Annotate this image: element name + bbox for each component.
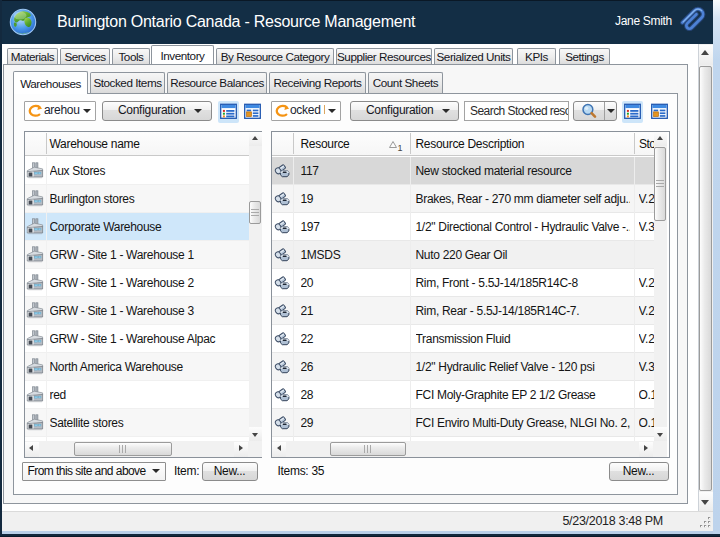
svg-text:1: 1 — [398, 143, 403, 152]
